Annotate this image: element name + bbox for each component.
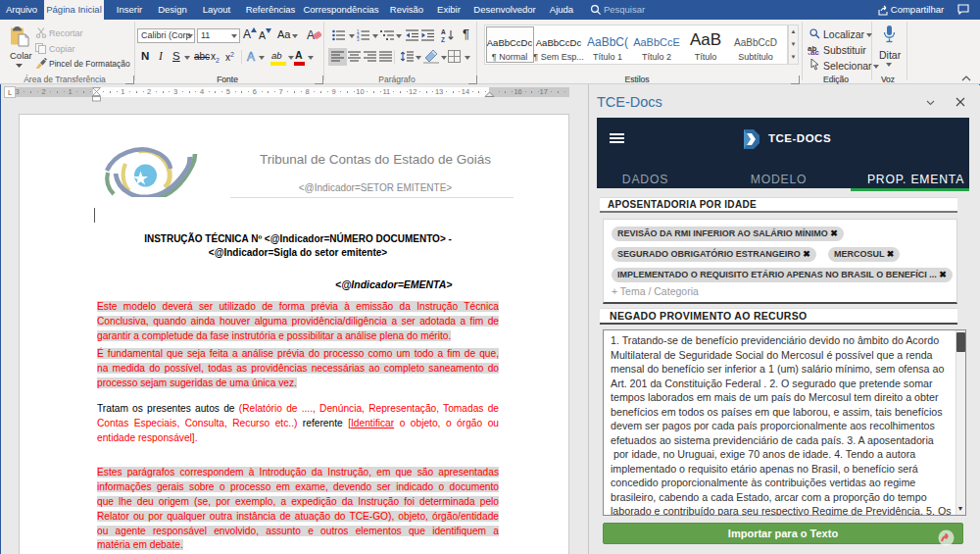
- svg-text:3: 3: [357, 37, 360, 41]
- svg-text:ac: ac: [810, 48, 819, 55]
- svg-text:A: A: [307, 28, 315, 42]
- svg-text:A: A: [441, 28, 446, 35]
- svg-text:Z: Z: [441, 36, 445, 43]
